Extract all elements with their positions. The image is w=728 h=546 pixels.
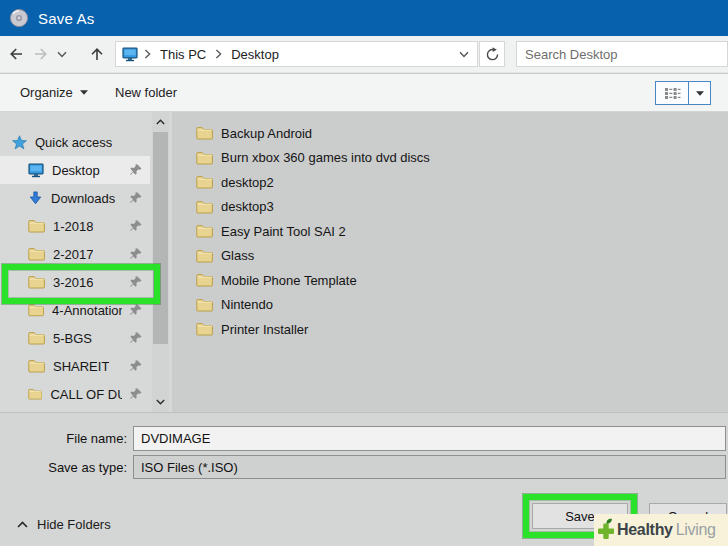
file-row[interactable]: desktop2 — [196, 170, 728, 195]
sidebar-item-label: Desktop — [52, 163, 100, 178]
refresh-icon — [485, 47, 500, 62]
up-arrow-icon — [89, 46, 105, 62]
back-button[interactable] — [6, 45, 26, 63]
sidebar-scrollbar[interactable] — [152, 112, 169, 412]
sidebar-item-label: SHAREIT — [53, 359, 109, 374]
change-view-button[interactable] — [656, 82, 689, 104]
file-row[interactable]: Nintendo — [196, 293, 728, 318]
file-name: desktop3 — [221, 199, 274, 214]
folder-icon — [196, 298, 213, 312]
recent-locations-button[interactable] — [55, 45, 69, 63]
sidebar-item-label: Quick access — [35, 135, 112, 150]
file-row[interactable]: desktop3 — [196, 195, 728, 220]
chevron-right-icon — [144, 49, 151, 59]
sidebar-item-3-2016[interactable]: 3-2016 — [0, 268, 150, 296]
chevron-down-icon — [57, 51, 67, 58]
folder-icon — [196, 151, 213, 165]
navigation-bar: This PC Desktop — [0, 36, 728, 73]
hide-folders-button[interactable]: Hide Folders — [17, 511, 111, 537]
refresh-button[interactable] — [479, 41, 505, 67]
pin-icon — [130, 388, 142, 400]
dialog-body: Quick access Desktop Downloads 1-2018 2-… — [0, 112, 728, 412]
file-name: Burn xbox 360 games into dvd discs — [221, 150, 430, 165]
pin-icon — [130, 248, 142, 260]
search-input[interactable] — [517, 42, 727, 66]
chevron-down-icon — [156, 399, 165, 405]
view-dropdown-button[interactable] — [689, 82, 710, 104]
file-row[interactable]: Glass — [196, 244, 728, 269]
health-cross-icon — [595, 518, 617, 542]
back-arrow-icon — [8, 46, 24, 62]
folder-icon — [196, 126, 213, 140]
chevron-up-icon — [17, 521, 28, 528]
triangle-down-icon — [696, 91, 704, 96]
folder-icon — [196, 249, 213, 263]
sidebar-item-1-2018[interactable]: 1-2018 — [0, 212, 150, 240]
healthy-living-watermark: Healthy Living — [594, 514, 728, 546]
breadcrumb: This PC Desktop — [122, 45, 453, 64]
file-name: desktop2 — [221, 175, 274, 190]
save-as-type-select[interactable]: ISO Files (*.ISO) — [133, 455, 726, 479]
forward-arrow-icon — [33, 46, 49, 62]
file-name: Mobile Phone Template — [221, 273, 357, 288]
view-split-button — [655, 81, 711, 105]
sidebar-item-5-bgs[interactable]: 5-BGS — [0, 324, 150, 352]
star-icon — [12, 135, 27, 150]
forward-button[interactable] — [31, 45, 51, 63]
sidebar-item-downloads[interactable]: Downloads — [0, 184, 150, 212]
hide-folders-label: Hide Folders — [37, 517, 111, 532]
window-title: Save As — [38, 10, 94, 27]
pin-icon — [130, 276, 142, 288]
sidebar-item-2-2017[interactable]: 2-2017 — [0, 240, 150, 268]
scrollbar-thumb[interactable] — [153, 132, 168, 344]
save-as-type-label: Save as type: — [0, 460, 127, 475]
file-name: Glass — [221, 248, 254, 263]
breadcrumb-item-desktop[interactable]: Desktop — [228, 45, 282, 64]
scroll-down-button[interactable] — [152, 394, 169, 410]
file-list: Backup Android Burn xbox 360 games into … — [172, 112, 728, 412]
file-row[interactable]: Burn xbox 360 games into dvd discs — [196, 146, 728, 171]
new-folder-label: New folder — [115, 85, 177, 100]
file-name: Nintendo — [221, 297, 273, 312]
new-folder-button[interactable]: New folder — [107, 74, 185, 111]
sidebar-item-shareit[interactable]: SHAREIT — [0, 352, 150, 380]
sidebar-item-label: 1-2018 — [53, 219, 93, 234]
sidebar-item-desktop[interactable]: Desktop — [0, 156, 150, 184]
sidebar-item-label: CALL OF DUT — [50, 387, 122, 402]
sidebar-item-call-of-dut[interactable]: CALL OF DUT — [0, 380, 150, 408]
triangle-down-icon — [80, 90, 88, 95]
folder-icon — [28, 247, 45, 261]
pin-icon — [130, 332, 142, 344]
address-dropdown-button[interactable] — [453, 43, 475, 65]
organize-button[interactable]: Organize — [12, 74, 96, 111]
navigation-pane: Quick access Desktop Downloads 1-2018 2-… — [0, 112, 172, 412]
file-name-input[interactable] — [133, 426, 726, 451]
sidebar-item-4-annotation[interactable]: 4-Annotation — [0, 296, 150, 324]
chevron-up-icon — [156, 119, 165, 125]
folder-icon — [196, 200, 213, 214]
pin-icon — [130, 164, 142, 176]
file-row[interactable]: Backup Android — [196, 121, 728, 146]
file-row[interactable]: Printer Installer — [196, 317, 728, 342]
file-row[interactable]: Easy Paint Tool SAI 2 — [196, 219, 728, 244]
watermark-text-light: Living — [676, 521, 716, 539]
folder-icon — [196, 175, 213, 189]
breadcrumb-item-this-pc[interactable]: This PC — [157, 45, 209, 64]
address-bar[interactable]: This PC Desktop — [115, 41, 478, 67]
download-arrow-icon — [28, 191, 43, 206]
file-name-label: File name: — [0, 431, 127, 446]
sidebar-item-label: 3-2016 — [53, 275, 93, 290]
file-name: Backup Android — [221, 126, 312, 141]
desktop-monitor-icon — [28, 162, 44, 178]
up-button[interactable] — [87, 45, 107, 63]
sidebar-item-quick-access[interactable]: Quick access — [0, 128, 150, 156]
file-row[interactable]: Mobile Phone Template — [196, 268, 728, 293]
sidebar-item-label: Downloads — [51, 191, 115, 206]
file-name: Printer Installer — [221, 322, 308, 337]
pin-icon — [130, 304, 142, 316]
scroll-up-button[interactable] — [152, 114, 169, 130]
watermark-text-bold: Healthy — [617, 521, 673, 539]
folder-icon — [196, 273, 213, 287]
details-view-icon — [664, 87, 681, 100]
chevron-down-icon — [459, 51, 469, 58]
